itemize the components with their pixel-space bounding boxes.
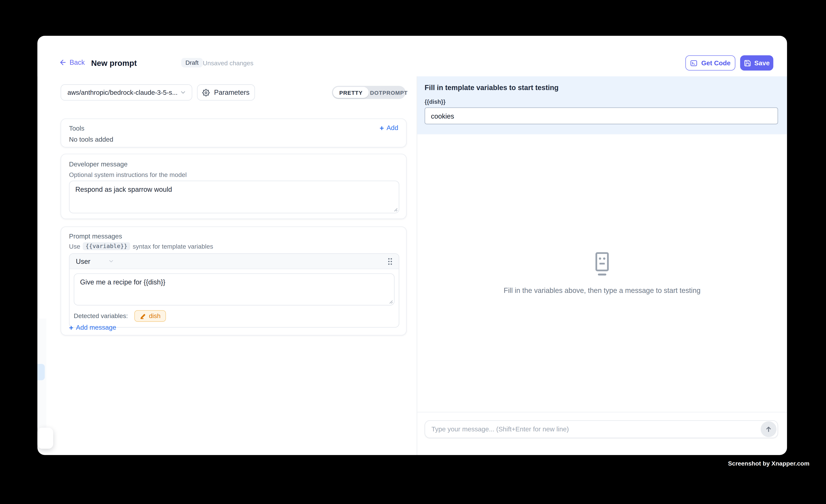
chat-input-container (425, 420, 778, 438)
role-selector[interactable]: User (76, 257, 115, 265)
model-selector[interactable]: aws/anthropic/bedrock-claude-3-5-s... (61, 84, 192, 101)
watermark-text: Screenshot by Xnapper.com (728, 460, 810, 467)
status-badge: Draft (181, 58, 203, 68)
toggle-option-dotprompt[interactable]: DOTPROMPT (370, 86, 408, 99)
message-header: User (69, 254, 399, 269)
screenshot-stage: Back New prompt Draft Unsaved changes Ge… (0, 0, 826, 504)
add-message-button[interactable]: + Add message (69, 324, 116, 331)
send-arrow-icon (765, 426, 772, 433)
model-selector-value: aws/anthropic/bedrock-claude-3-5-s... (67, 89, 180, 96)
plus-icon: + (69, 324, 73, 331)
get-code-button[interactable]: Get Code (686, 55, 735, 71)
subtitle-suffix: syntax for template variables (133, 242, 213, 250)
plus-icon: + (379, 124, 384, 132)
view-mode-toggle: PRETTY DOTPROMPT (332, 86, 406, 99)
variable-syntax-chip: {{variable}} (83, 242, 130, 250)
variable-value-input[interactable] (425, 108, 778, 124)
developer-message-title: Developer message (69, 161, 128, 168)
add-tool-button[interactable]: + Add (379, 124, 398, 132)
send-button[interactable] (761, 421, 776, 437)
parameters-label: Parameters (214, 88, 249, 97)
tools-card-title: Tools (69, 125, 84, 132)
variable-name-label: {{dish}} (425, 99, 446, 105)
back-arrow-icon (59, 59, 67, 66)
developer-message-card: Developer message Optional system instru… (61, 154, 407, 219)
variable-chip-dish[interactable]: dish (134, 310, 166, 322)
tools-empty-text: No tools added (69, 136, 113, 143)
variable-chip-label: dish (149, 312, 161, 320)
chat-empty-state: Fill in the variables above, then type a… (417, 134, 787, 412)
add-message-label: Add message (76, 324, 116, 331)
subtitle-prefix: Use (69, 242, 80, 250)
back-label: Back (69, 59, 85, 66)
gear-icon (202, 89, 210, 96)
empty-state-text: Fill in the variables above, then type a… (504, 287, 701, 295)
role-value: User (76, 257, 90, 265)
prompt-messages-subtitle: Use {{variable}} syntax for template var… (69, 242, 213, 250)
developer-message-subtitle: Optional system instructions for the mod… (69, 171, 187, 179)
detected-variables-row: Detected variables: dish (74, 310, 395, 322)
header: Back New prompt Draft Unsaved changes Ge… (37, 36, 787, 76)
add-tool-label: Add (387, 124, 398, 132)
tools-card: Tools + Add No tools added (61, 119, 407, 147)
detected-variables-label: Detected variables: (74, 312, 128, 320)
robot-icon (593, 252, 611, 276)
developer-message-textarea[interactable]: Respond as jack sparrow would (69, 181, 399, 213)
back-button[interactable]: Back (59, 59, 85, 66)
chat-input-bar (417, 412, 787, 455)
toggle-option-pretty[interactable]: PRETTY (333, 87, 369, 98)
chevron-down-icon (108, 258, 115, 264)
save-button[interactable]: Save (740, 55, 773, 71)
save-label: Save (754, 59, 770, 67)
template-variables-panel: Fill in template variables to start test… (417, 76, 787, 134)
save-icon (744, 59, 751, 67)
resize-grip-icon[interactable] (388, 299, 393, 304)
chevron-down-icon (180, 89, 186, 96)
resize-grip-icon[interactable] (393, 207, 398, 212)
app-window: Back New prompt Draft Unsaved changes Ge… (37, 36, 787, 455)
edge-sidebar-highlight (37, 364, 45, 380)
edge-floating-card (37, 428, 53, 449)
unsaved-changes-text: Unsaved changes (203, 60, 253, 67)
template-variables-title: Fill in template variables to start test… (425, 84, 559, 91)
page-title: New prompt (91, 59, 137, 68)
get-code-label: Get Code (701, 59, 731, 67)
message-block: User Give me a recipe for {{dish}} Detec… (69, 253, 399, 328)
message-textarea[interactable]: Give me a recipe for {{dish}} (74, 273, 395, 306)
pencil-icon (139, 313, 146, 319)
parameters-button[interactable]: Parameters (197, 84, 255, 101)
chat-message-input[interactable] (425, 426, 761, 433)
prompt-messages-card: Prompt messages Use {{variable}} syntax … (61, 227, 407, 335)
drag-handle-icon[interactable] (388, 257, 392, 265)
prompt-messages-title: Prompt messages (69, 233, 122, 240)
terminal-icon (690, 59, 698, 67)
